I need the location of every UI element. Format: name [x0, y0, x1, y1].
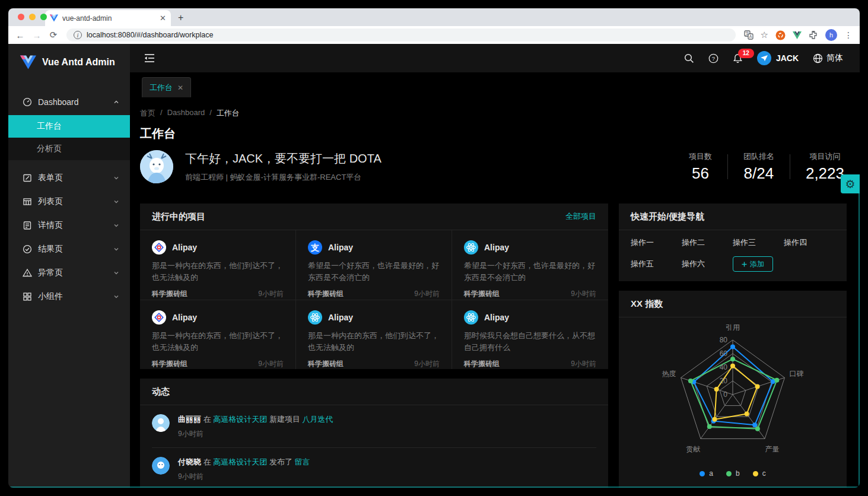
- legend-item[interactable]: a: [700, 469, 713, 478]
- activity-text: 发布了: [269, 457, 292, 466]
- project-group[interactable]: 科学搬砖组: [464, 289, 500, 299]
- project-card[interactable]: Alipay 那是一种内在的东西，他们到达不了，也无法触及的 科学搬砖组 9小时…: [140, 230, 296, 300]
- quicknav-link[interactable]: 操作二: [682, 237, 733, 248]
- project-name: Alipay: [484, 243, 509, 252]
- extension-orange-icon[interactable]: [775, 30, 786, 40]
- stat-label: 项目数: [689, 151, 712, 162]
- language-switcher[interactable]: 简体: [813, 53, 843, 63]
- add-button[interactable]: 添加: [733, 256, 773, 272]
- back-button[interactable]: ←: [13, 30, 27, 40]
- new-tab-button[interactable]: +: [178, 12, 183, 23]
- sidebar-menu: Dashboard 工作台 分析页: [8, 81, 130, 488]
- browser-menu-icon[interactable]: ⋮: [844, 30, 853, 40]
- project-card[interactable]: Alipay 那时候我只会想自己想要什么，从不想自己拥有什么 科学搬砖组 9小时…: [452, 300, 608, 369]
- project-desc: 那时候我只会想自己想要什么，从不想自己拥有什么: [464, 330, 596, 354]
- vue-devtools-icon[interactable]: [793, 31, 802, 39]
- project-group[interactable]: 科学搬砖组: [308, 359, 344, 369]
- all-projects-link[interactable]: 全部项目: [565, 211, 596, 222]
- page-info-icon[interactable]: i: [74, 31, 82, 39]
- quicknav-link[interactable]: 操作一: [631, 237, 682, 248]
- welcome-header: 下午好，JACK，要不要打一把 DOTA 前端工程师 | 蚂蚁金服-计算服务事业…: [140, 150, 847, 183]
- close-window-button[interactable]: [18, 14, 24, 20]
- project-group[interactable]: 科学搬砖组: [152, 359, 187, 369]
- sidebar-item-widgets[interactable]: 小组件: [8, 285, 130, 309]
- translate-icon[interactable]: 文 A: [744, 30, 753, 40]
- user-menu[interactable]: JACK: [757, 51, 799, 65]
- settings-button[interactable]: ⚙: [841, 174, 860, 193]
- app-logo[interactable]: Vue Antd Admin: [8, 44, 130, 81]
- activity-user[interactable]: 付晓晓: [178, 457, 201, 466]
- svg-text:80: 80: [720, 336, 728, 344]
- activity-time: 9小时前: [178, 429, 333, 439]
- sidebar-item-workplace[interactable]: 工作台: [8, 115, 130, 138]
- project-card[interactable]: Alipay 希望是一个好东西，也许是最好的，好东西是不会消亡的 科学搬砖组 9…: [452, 230, 608, 300]
- reload-button[interactable]: ⟳: [46, 30, 61, 40]
- greeting-text: 下午好，JACK，要不要打一把 DOTA: [185, 151, 381, 167]
- tab-close-icon[interactable]: ✕: [177, 84, 183, 92]
- sidebar-item-exception[interactable]: 异常页: [8, 261, 130, 285]
- legend-item[interactable]: b: [726, 469, 740, 478]
- extensions-puzzle-icon[interactable]: [809, 30, 818, 40]
- address-bar[interactable]: i localhost:8080/#/dashboard/workplace: [66, 28, 736, 42]
- project-card[interactable]: Alipay 那是一种内在的东西，他们到达不了，也无法触及的 科学搬砖组 9小时…: [296, 300, 452, 369]
- chevron-down-icon: [113, 222, 119, 228]
- project-card[interactable]: 支 Alipay 希望是一个好东西，也许是最好的，好东西是不会消亡的 科学搬砖组…: [296, 230, 452, 300]
- tab-close-icon[interactable]: ✕: [160, 14, 166, 22]
- minimize-window-button[interactable]: [29, 14, 36, 20]
- chevron-down-icon: [113, 270, 119, 276]
- breadcrumb-dashboard[interactable]: Dashboard: [167, 108, 205, 119]
- sidebar-item-dashboard[interactable]: Dashboard: [8, 89, 130, 115]
- svg-text:热度: 热度: [662, 370, 676, 378]
- menu-fold-icon[interactable]: [144, 53, 155, 63]
- quicknav-link[interactable]: 操作五: [631, 259, 682, 269]
- sidebar-item-analysis[interactable]: 分析页: [8, 138, 130, 160]
- project-name: Alipay: [328, 243, 353, 252]
- activity-target-link[interactable]: 留言: [295, 457, 310, 466]
- chevron-down-icon: [113, 294, 119, 300]
- browser-tab[interactable]: vue-antd-admin ✕: [45, 10, 171, 26]
- activity-target-link[interactable]: 八月迭代: [303, 415, 333, 424]
- form-icon: [23, 173, 32, 183]
- bookmark-star-icon[interactable]: ☆: [761, 30, 768, 40]
- legend-item[interactable]: c: [753, 469, 766, 478]
- sidebar-item-list[interactable]: 列表页: [8, 190, 130, 214]
- user-role-text: 前端工程师 | 蚂蚁金服-计算服务事业群-REACT平台: [185, 172, 381, 183]
- notifications-button[interactable]: 12: [733, 53, 743, 63]
- quicknav-link[interactable]: 操作四: [784, 237, 835, 248]
- project-time: 9小时前: [414, 289, 440, 299]
- page-tab-workplace[interactable]: 工作台 ✕: [142, 77, 191, 97]
- traffic-lights[interactable]: [18, 14, 47, 20]
- breadcrumb-separator: /: [160, 108, 163, 119]
- quicknav-link[interactable]: 操作三: [733, 237, 784, 248]
- sidebar-item-detail[interactable]: 详情页: [8, 214, 130, 237]
- alipay-logo-icon: 支: [308, 240, 322, 255]
- stat-value: 56: [689, 164, 712, 183]
- breadcrumb-home[interactable]: 首页: [140, 108, 155, 119]
- search-icon[interactable]: [684, 53, 694, 63]
- quicknav-link[interactable]: 操作六: [682, 259, 733, 269]
- forward-button[interactable]: →: [30, 30, 44, 40]
- help-icon[interactable]: ?: [708, 53, 718, 63]
- page-content: 首页 / Dashboard / 工作台 工作台: [130, 97, 860, 488]
- browser-profile-avatar[interactable]: h: [825, 29, 837, 41]
- react-logo-icon: [464, 240, 478, 255]
- project-group[interactable]: 科学搬砖组: [152, 289, 187, 299]
- project-card[interactable]: Alipay 那是一种内在的东西，他们到达不了，也无法触及的 科学搬砖组 9小时…: [140, 300, 296, 369]
- sidebar-item-form[interactable]: 表单页: [8, 166, 130, 190]
- breadcrumb-separator: /: [209, 108, 212, 119]
- project-group[interactable]: 科学搬砖组: [464, 359, 500, 369]
- project-time: 9小时前: [414, 359, 440, 369]
- quicknav-card: 快速开始/便捷导航 操作一 操作二 操作三 操作四 操作五 操作六: [619, 204, 847, 281]
- project-group[interactable]: 科学搬砖组: [308, 289, 344, 299]
- activity-user[interactable]: 曲丽丽: [178, 415, 201, 424]
- zoom-window-button[interactable]: [40, 14, 47, 20]
- sidebar-item-result[interactable]: 结果页: [8, 237, 130, 261]
- page-tabbar: 工作台 ✕: [130, 72, 860, 97]
- activity-text: 在: [204, 415, 211, 424]
- activity-group-link[interactable]: 高逼格设计天团: [213, 457, 267, 466]
- svg-text:60: 60: [720, 349, 728, 358]
- caret-up-icon: [113, 99, 119, 105]
- check-circle-icon: [23, 244, 32, 254]
- activity-group-link[interactable]: 高逼格设计天团: [213, 415, 267, 424]
- stat-rank: 团队排名 8/24: [728, 151, 790, 183]
